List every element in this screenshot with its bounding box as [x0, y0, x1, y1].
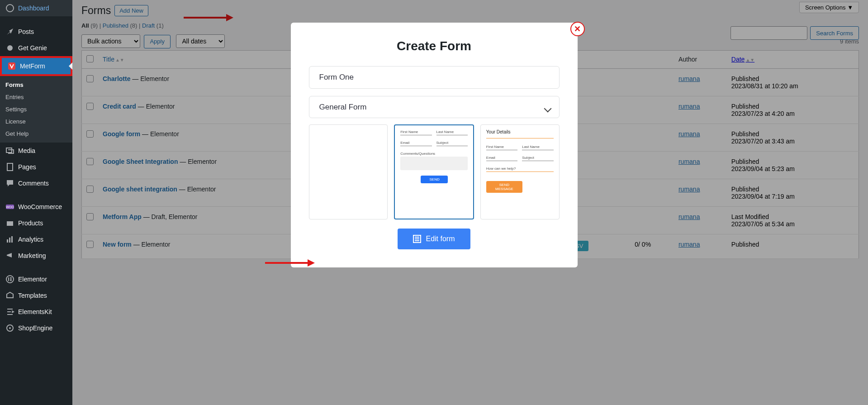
sidebar-item-analytics[interactable]: Analytics — [0, 231, 72, 248]
submenu-license[interactable]: License — [0, 115, 72, 128]
edit-form-button[interactable]: Edit form — [398, 229, 470, 249]
sidebar-item-woocommerce[interactable]: WOO WooCommerce — [0, 199, 72, 215]
pin-icon — [5, 27, 14, 36]
close-icon: ✕ — [574, 24, 581, 34]
metform-submenu: Forms Entries Settings License Get Help — [0, 76, 72, 143]
sidebar-item-getgenie[interactable]: Get Genie — [0, 40, 72, 56]
elementor-logo-icon — [413, 235, 421, 243]
sidebar-item-metform[interactable]: MetForm — [0, 56, 72, 76]
submenu-gethelp[interactable]: Get Help — [0, 128, 72, 140]
woo-icon: WOO — [5, 202, 14, 211]
submenu-forms[interactable]: Forms — [0, 79, 72, 91]
form-type-select[interactable]: General Form — [309, 96, 560, 118]
sidebar-item-pages[interactable]: Pages — [0, 159, 72, 175]
svg-rect-7 — [7, 221, 13, 226]
create-form-modal: ✕ Create Form General Form First Name La… — [291, 23, 578, 267]
modal-title: Create Form — [309, 39, 560, 53]
template-details-form[interactable]: Your Details First Name Last Name Email … — [480, 124, 560, 219]
media-icon — [5, 146, 14, 155]
sidebar-item-comments[interactable]: Comments — [0, 175, 72, 191]
svg-rect-9 — [9, 238, 10, 243]
admin-sidebar: Dashboard Posts Get Genie MetForm Forms … — [0, 0, 72, 268]
sidebar-item-dashboard[interactable]: Dashboard — [0, 0, 72, 16]
metform-icon — [7, 62, 16, 71]
svg-point-1 — [7, 45, 13, 51]
template-contact-form[interactable]: First Name Last Name Email Subject Comme… — [394, 124, 474, 219]
svg-text:WOO: WOO — [6, 205, 14, 209]
svg-rect-10 — [11, 236, 13, 243]
dashboard-icon — [5, 4, 14, 13]
annotation-arrow-icon — [308, 259, 315, 268]
submenu-entries[interactable]: Entries — [0, 91, 72, 103]
pages-icon — [5, 162, 14, 172]
analytics-icon — [5, 235, 14, 244]
marketing-icon — [5, 251, 14, 260]
submenu-settings[interactable]: Settings — [0, 103, 72, 115]
sidebar-item-posts[interactable]: Posts — [0, 24, 72, 40]
sidebar-item-products[interactable]: Products — [0, 215, 72, 231]
form-name-input[interactable] — [309, 66, 560, 89]
svg-rect-4 — [7, 163, 13, 171]
svg-rect-8 — [7, 239, 8, 243]
sidebar-item-marketing[interactable]: Marketing — [0, 248, 72, 264]
products-icon — [5, 219, 14, 228]
svg-point-0 — [6, 5, 14, 12]
genie-icon — [5, 43, 14, 52]
templates-row: First Name Last Name Email Subject Comme… — [309, 124, 560, 219]
sidebar-item-media[interactable]: Media — [0, 143, 72, 159]
comments-icon — [5, 179, 14, 188]
close-button[interactable]: ✕ — [570, 22, 585, 36]
template-blank[interactable] — [309, 124, 388, 219]
